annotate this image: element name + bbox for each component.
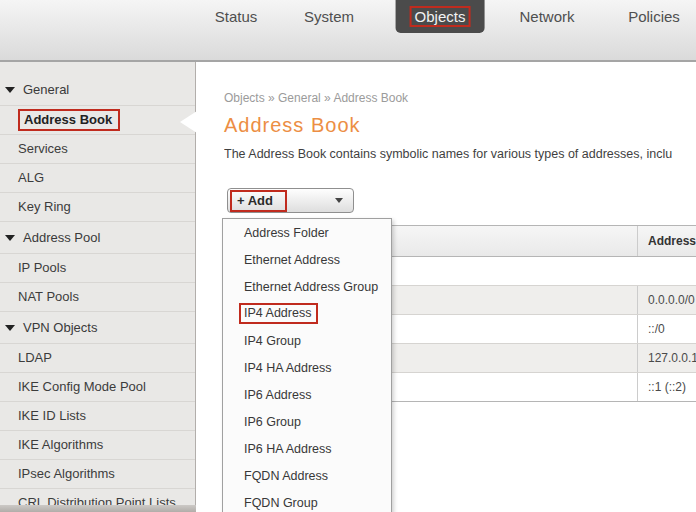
group-label: General	[23, 82, 69, 97]
sidebar-item-label: IPsec Algorithms	[18, 466, 115, 481]
add-dropdown-menu: Address Folder Ethernet Address Ethernet…	[222, 218, 392, 512]
menu-item-ip4-ha-address[interactable]: IP4 HA Address	[223, 354, 391, 381]
top-nav-bar: Status System Objects Network Policies	[0, 0, 696, 62]
sidebar-item-label: IKE Algorithms	[18, 437, 103, 452]
sidebar-item-ldap[interactable]: LDAP	[0, 343, 195, 372]
nav-tab-network[interactable]: Network	[519, 0, 574, 33]
menu-item-label: Ethernet Address	[244, 253, 340, 267]
sidebar-item-label: IKE Config Mode Pool	[18, 379, 146, 394]
menu-item-label: FQDN Address	[244, 469, 328, 483]
sidebar-item-ike-id-lists[interactable]: IKE ID Lists	[0, 401, 195, 430]
annotation-red-box: Address Book	[18, 109, 120, 131]
sidebar-item-label: LDAP	[18, 350, 52, 365]
menu-item-label: IP4 HA Address	[244, 361, 332, 375]
nav-tab-label: Status	[215, 8, 258, 25]
nav-tab-status[interactable]: Status	[215, 0, 258, 33]
sidebar-item-services[interactable]: Services	[0, 134, 195, 163]
nav-tab-label: Network	[519, 8, 574, 25]
menu-item-ip6-ha-address[interactable]: IP6 HA Address	[223, 435, 391, 462]
page-description: The Address Book contains symbolic names…	[224, 147, 696, 161]
menu-item-ethernet-address-group[interactable]: Ethernet Address Group	[223, 273, 391, 300]
sidebar-item-nat-pools[interactable]: NAT Pools	[0, 282, 195, 312]
menu-item-label: IP6 Group	[244, 415, 301, 429]
sidebar-item-label: ALG	[18, 170, 44, 185]
group-label: Address Pool	[23, 230, 100, 245]
sidebar-group-vpn-objects[interactable]: VPN Objects	[0, 312, 195, 343]
sidebar-group: Address Pool IP Pools NAT Pools	[0, 222, 195, 312]
menu-item-ip4-address[interactable]: IP4 Address	[223, 300, 391, 327]
menu-item-label: IP6 HA Address	[244, 442, 332, 456]
menu-item-ip4-group[interactable]: IP4 Group	[223, 327, 391, 354]
table-cell-address: ::/0	[637, 315, 696, 343]
selected-item-arrow	[180, 111, 197, 133]
sidebar-item-address-book[interactable]: Address Book	[0, 105, 195, 134]
menu-item-ip6-group[interactable]: IP6 Group	[223, 408, 391, 435]
sidebar-item-label: NAT Pools	[18, 289, 79, 304]
sidebar-item-ike-algorithms[interactable]: IKE Algorithms	[0, 430, 195, 459]
sidebar-group-address-pool[interactable]: Address Pool	[0, 222, 195, 253]
table-cell-address: 0.0.0.0/0	[637, 286, 696, 314]
triangle-down-icon	[5, 235, 15, 241]
address-column-header[interactable]: Address	[637, 226, 696, 256]
sidebar-item-ip-pools[interactable]: IP Pools	[0, 253, 195, 282]
sidebar-item-label: IP Pools	[18, 260, 66, 275]
sidebar-item-label: IKE ID Lists	[18, 408, 86, 423]
sidebar-item-label: Key Ring	[18, 199, 71, 214]
sidebar-item-key-ring[interactable]: Key Ring	[0, 192, 195, 222]
table-cell-address: ::1 (::2)	[637, 373, 696, 401]
annotation-red-box: IP4 Address	[239, 303, 318, 324]
sidebar-bottom-strip	[0, 505, 196, 512]
sidebar-item-alg[interactable]: ALG	[0, 163, 195, 192]
nav-tab-policies[interactable]: Policies	[628, 0, 680, 33]
add-button[interactable]: + Add	[227, 188, 354, 213]
triangle-down-icon	[5, 325, 15, 331]
menu-item-fqdn-group[interactable]: FQDN Group	[223, 489, 391, 512]
annotation-red-box: + Add	[230, 190, 287, 212]
menu-item-label: FQDN Group	[244, 496, 318, 510]
menu-item-ethernet-address[interactable]: Ethernet Address	[223, 246, 391, 273]
group-label: VPN Objects	[23, 320, 97, 335]
nav-tab-objects[interactable]: Objects	[396, 0, 485, 33]
breadcrumb: Objects » General » Address Book	[224, 91, 696, 105]
app-window: Status System Objects Network Policies G…	[0, 0, 696, 512]
sidebar-group: VPN Objects LDAP IKE Config Mode Pool IK…	[0, 312, 195, 512]
sidebar: General Address Book Services ALG Key Ri…	[0, 62, 196, 512]
annotation-red-box: Objects	[410, 6, 471, 27]
sidebar-group: General Address Book Services ALG Key Ri…	[0, 74, 195, 222]
sidebar-item-ipsec-algorithms[interactable]: IPsec Algorithms	[0, 459, 195, 488]
sidebar-item-label: Services	[18, 141, 68, 156]
nav-tab-label: System	[304, 8, 354, 25]
nav-tab-system[interactable]: System	[304, 0, 354, 33]
nav-tab-label: Objects	[415, 8, 466, 25]
menu-item-label: IP6 Address	[244, 388, 311, 402]
menu-item-label: IP4 Group	[244, 334, 301, 348]
menu-item-label: Address Folder	[244, 226, 329, 240]
menu-item-label: Ethernet Address Group	[244, 280, 378, 294]
sidebar-group-general[interactable]: General	[0, 74, 195, 105]
triangle-down-icon	[5, 87, 15, 93]
nav-tab-label: Policies	[628, 8, 680, 25]
page-title: Address Book	[224, 114, 696, 137]
menu-item-fqdn-address[interactable]: FQDN Address	[223, 462, 391, 489]
menu-item-address-folder[interactable]: Address Folder	[223, 219, 391, 246]
add-button-label: + Add	[237, 193, 273, 208]
table-cell-address: 127.0.0.1 (	[637, 344, 696, 372]
menu-item-label: IP4 Address	[244, 306, 311, 320]
caret-down-icon	[335, 198, 343, 203]
menu-item-ip6-address[interactable]: IP6 Address	[223, 381, 391, 408]
sidebar-item-label: Address Book	[24, 112, 112, 127]
sidebar-item-ike-config-mode-pool[interactable]: IKE Config Mode Pool	[0, 372, 195, 401]
